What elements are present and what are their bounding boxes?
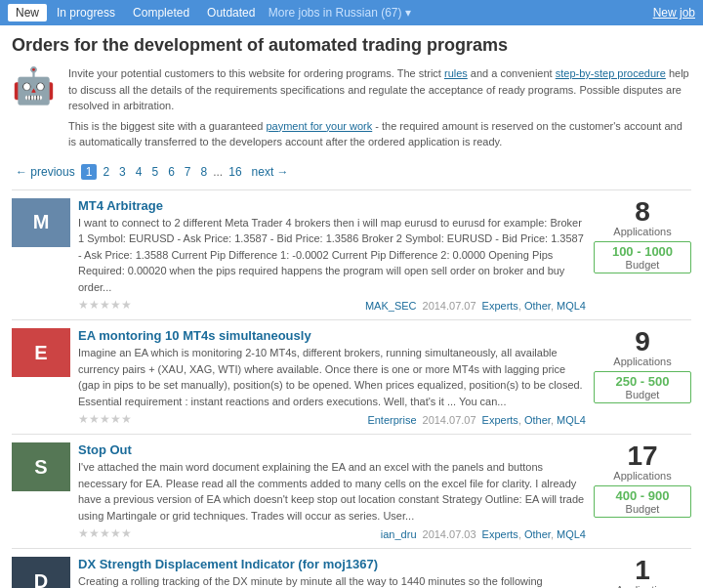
job-bottom-row: ★★★★★ Enterprise 2014.07.07 Experts, Oth…	[78, 411, 586, 426]
job-thumbnail: M	[12, 198, 70, 247]
job-content: Stop Out I've attached the main word doc…	[78, 442, 586, 540]
pagination-page-4[interactable]: 4	[132, 164, 146, 180]
top-navigation: New In progress Completed Outdated More …	[0, 0, 703, 25]
job-author[interactable]: Enterprise	[367, 414, 416, 426]
job-item: D DX Strength Displacement Indicator (fo…	[12, 548, 691, 588]
tag-link[interactable]: MQL4	[557, 300, 586, 312]
rules-link[interactable]: rules	[444, 67, 468, 79]
star-empty: ★	[100, 412, 110, 426]
pagination-page-16[interactable]: 16	[225, 164, 245, 180]
job-budget: 250 - 500 Budget	[594, 371, 691, 403]
job-date: 2014.07.07	[423, 414, 476, 426]
job-applications: 9 Applications	[594, 328, 691, 367]
tag-link[interactable]: MQL4	[557, 414, 586, 426]
payment-link[interactable]: payment for your work	[266, 120, 372, 132]
job-bottom-row: ★★★★★ MAK_SEC 2014.07.07 Experts, Other,…	[78, 297, 586, 312]
page-title: Orders for the development of automated …	[12, 35, 691, 56]
job-applications: 17 Applications	[594, 442, 691, 482]
job-meta: MAK_SEC 2014.07.07 Experts, Other, MQL4	[365, 300, 586, 312]
star-empty: ★	[78, 526, 89, 540]
pagination-page-5[interactable]: 5	[147, 164, 162, 180]
tab-new[interactable]: New	[8, 4, 47, 21]
intro-text: Invite your potential customers to this …	[68, 65, 691, 154]
pagination-page-1[interactable]: 1	[81, 164, 98, 180]
star-empty: ★	[89, 298, 100, 312]
nav-tabs: New In progress Completed Outdated More …	[8, 4, 411, 21]
budget-range: 250 - 500	[599, 374, 686, 389]
star-empty: ★	[110, 412, 121, 426]
applications-label: Applications	[594, 226, 691, 237]
more-jobs-dropdown[interactable]: More jobs in Russian (67) ▾	[265, 6, 410, 20]
job-author[interactable]: ian_dru	[381, 528, 417, 540]
tab-completed[interactable]: Completed	[125, 4, 197, 21]
applications-count: 8	[594, 198, 691, 226]
budget-range: 400 - 900	[599, 488, 686, 503]
star-empty: ★	[78, 298, 89, 312]
job-thumbnail: D	[12, 557, 70, 588]
job-tags: Experts, Other, MQL4	[482, 300, 586, 312]
pagination-page-7[interactable]: 7	[181, 164, 195, 180]
job-description: Imagine an EA which is monitoring 2-10 M…	[78, 345, 586, 409]
tag-link[interactable]: Other	[524, 414, 551, 426]
star-empty: ★	[121, 298, 132, 312]
pagination-page-6[interactable]: 6	[164, 164, 179, 180]
job-stars-row: ★★★★★	[78, 526, 132, 540]
star-empty: ★	[100, 526, 110, 540]
applications-count: 17	[594, 442, 691, 470]
job-item: M MT4 Arbitrage I want to connect to 2 d…	[12, 189, 691, 320]
pagination-page-3[interactable]: 3	[115, 164, 130, 180]
job-title[interactable]: EA montoring 10 MT4s simultaneously	[78, 328, 311, 343]
new-job-button[interactable]: New job	[653, 6, 695, 20]
applications-label: Applications	[594, 470, 691, 482]
job-description: Creating a rolling tracking of the DX mi…	[78, 573, 586, 588]
job-title[interactable]: Stop Out	[78, 442, 132, 457]
budget-label: Budget	[599, 259, 686, 271]
star-empty: ★	[110, 298, 121, 312]
tab-outdated[interactable]: Outdated	[199, 4, 263, 21]
tag-link[interactable]: Experts	[482, 414, 518, 426]
tag-link[interactable]: MQL4	[557, 528, 586, 540]
applications-label: Application	[594, 584, 691, 588]
procedure-link[interactable]: step-by-step procedure	[556, 67, 666, 79]
intro-para1: Invite your potential customers to this …	[68, 65, 691, 114]
tag-link[interactable]: Other	[524, 300, 551, 312]
tag-link[interactable]: Experts	[482, 300, 518, 312]
job-content: EA montoring 10 MT4s simultaneously Imag…	[78, 328, 586, 426]
job-item: S Stop Out I've attached the main word d…	[12, 434, 691, 548]
pagination: ← previous 1 2 3 4 5 6 7 8 ... 16 next →	[12, 164, 691, 180]
job-stats: 8 Applications 100 - 1000 Budget	[594, 198, 691, 273]
job-date: 2014.07.07	[423, 300, 476, 312]
more-jobs-link[interactable]: More jobs in Russian (67)	[269, 6, 402, 20]
intro-section: 🤖 Invite your potential customers to thi…	[12, 65, 691, 154]
job-budget: 100 - 1000 Budget	[594, 241, 691, 273]
job-title[interactable]: MT4 Arbitrage	[78, 198, 163, 213]
main-content: Orders for the development of automated …	[0, 25, 703, 588]
pagination-dots: ...	[213, 165, 223, 179]
job-stars-row: ★★★★★	[78, 298, 132, 312]
pagination-page-8[interactable]: 8	[197, 164, 212, 180]
pagination-page-2[interactable]: 2	[99, 164, 113, 180]
tag-link[interactable]: Other	[524, 528, 551, 540]
intro-para2: This is the biggest site with a guarante…	[68, 118, 691, 150]
job-stats: 9 Applications 250 - 500 Budget	[594, 328, 691, 403]
budget-label: Budget	[599, 503, 686, 515]
job-bottom-row: ★★★★★ ian_dru 2014.07.03 Experts, Other,…	[78, 525, 586, 540]
job-author[interactable]: MAK_SEC	[365, 300, 417, 312]
tag-link[interactable]: Experts	[482, 528, 518, 540]
job-thumbnail: E	[12, 328, 70, 377]
budget-label: Budget	[599, 389, 686, 400]
pagination-prev[interactable]: ← previous	[12, 164, 79, 180]
budget-range: 100 - 1000	[599, 244, 686, 259]
job-content: DX Strength Displacement Indicator (for …	[78, 557, 586, 588]
star-empty: ★	[89, 526, 100, 540]
job-stats: 1 Application < 350 Budget	[594, 557, 691, 588]
job-list: M MT4 Arbitrage I want to connect to 2 d…	[12, 189, 691, 589]
tab-in-progress[interactable]: In progress	[49, 4, 123, 21]
job-stats: 17 Applications 400 - 900 Budget	[594, 442, 691, 518]
pagination-next[interactable]: next →	[248, 164, 293, 180]
job-thumbnail: S	[12, 442, 70, 491]
job-title[interactable]: DX Strength Displacement Indicator (for …	[78, 557, 378, 571]
star-empty: ★	[110, 526, 121, 540]
applications-count: 1	[594, 557, 691, 584]
star-empty: ★	[78, 412, 89, 426]
